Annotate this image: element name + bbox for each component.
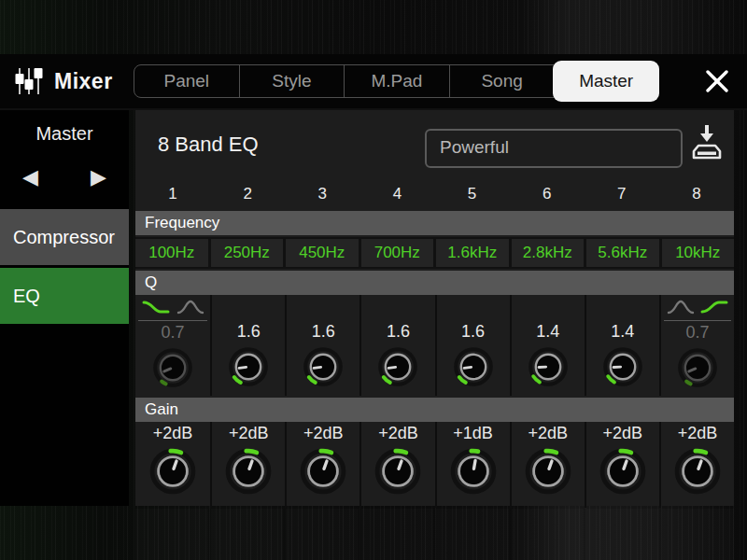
gain-knob[interactable]: [586, 445, 659, 497]
band-number-row: 12345678: [135, 179, 734, 209]
filter-type-slot: [440, 297, 507, 320]
filter-type-slot: [664, 297, 731, 321]
eq-panel-header: 8 Band EQ Powerful: [135, 110, 734, 179]
gain-knob[interactable]: [512, 445, 585, 497]
gain-band-3[interactable]: +2dB: [285, 422, 359, 508]
mixer-screen: Mixer Panel Style M.Pad Song Master Mast…: [0, 0, 747, 560]
filter-type-slot: [289, 297, 357, 320]
frequency-value-band-6[interactable]: 2.8kHz: [512, 239, 585, 267]
gain-knob[interactable]: [437, 445, 510, 497]
bottom-column-guides: [135, 509, 734, 560]
sidebar-item-compressor[interactable]: Compressor: [0, 209, 129, 265]
frequency-value-band-2[interactable]: 250Hz: [211, 239, 284, 267]
tab-panel[interactable]: Panel: [134, 65, 240, 97]
q-value: 1.6: [437, 321, 510, 343]
gain-value: +2dB: [287, 423, 359, 444]
save-icon[interactable]: [691, 123, 723, 164]
band-number-6: 6: [510, 179, 585, 209]
q-band-8[interactable]: 0.7: [659, 295, 734, 396]
gain-band-8[interactable]: +2dB: [659, 422, 734, 508]
gain-value: +2dB: [361, 423, 434, 444]
high-shelf-icon[interactable]: [699, 298, 729, 320]
frequency-value-band-5[interactable]: 1.6kHz: [436, 239, 509, 267]
q-value: 0.7: [135, 322, 210, 343]
next-part-arrow-icon[interactable]: ▶: [91, 164, 106, 190]
page-title: Mixer: [54, 54, 113, 108]
band-number-3: 3: [285, 179, 359, 209]
tab-master[interactable]: Master: [554, 62, 658, 101]
q-knob[interactable]: [661, 345, 734, 390]
gain-knob[interactable]: [212, 445, 285, 497]
filter-type-slot: [138, 297, 207, 321]
frequency-section-header: Frequency: [135, 211, 734, 235]
q-band-3[interactable]: 1.6: [285, 295, 359, 396]
filter-type-slot: [364, 297, 431, 320]
q-knob[interactable]: [212, 344, 285, 389]
band-number-7: 7: [585, 179, 659, 209]
band-number-4: 4: [359, 179, 434, 209]
gain-knob[interactable]: [135, 445, 210, 497]
gain-knob[interactable]: [287, 445, 359, 497]
sidebar: Master ◀ ▶ Compressor EQ: [0, 110, 129, 506]
q-knob[interactable]: [361, 344, 434, 389]
band-number-1: 1: [135, 179, 210, 209]
gain-section-header: Gain: [135, 398, 734, 422]
low-shelf-icon[interactable]: [141, 298, 171, 320]
frequency-value-band-3[interactable]: 450Hz: [286, 239, 359, 267]
frequency-value-band-1[interactable]: 100Hz: [135, 239, 208, 267]
q-knob[interactable]: [512, 344, 585, 389]
q-knob[interactable]: [135, 345, 210, 390]
gain-band-1[interactable]: +2dB: [135, 422, 210, 508]
band-number-2: 2: [210, 179, 285, 209]
q-band-6[interactable]: 1.4: [510, 295, 585, 396]
q-knob[interactable]: [437, 344, 510, 389]
frequency-row: 100Hz250Hz450Hz700Hz1.6kHz2.8kHz5.6kHz10…: [135, 237, 734, 269]
gain-value: +2dB: [661, 423, 734, 444]
eq-title: 8 Band EQ: [158, 133, 259, 157]
prev-part-arrow-icon[interactable]: ◀: [22, 164, 38, 190]
tab-mpad[interactable]: M.Pad: [345, 65, 450, 97]
frequency-value-band-7[interactable]: 5.6kHz: [586, 239, 659, 267]
gain-band-2[interactable]: +2dB: [210, 422, 285, 508]
q-band-5[interactable]: 1.6: [435, 295, 510, 396]
q-section-header: Q: [135, 271, 734, 295]
band-number-5: 5: [435, 179, 510, 209]
gain-knob[interactable]: [661, 445, 734, 497]
gain-band-6[interactable]: +2dB: [510, 422, 585, 508]
gain-value: +1dB: [437, 423, 510, 444]
tab-style[interactable]: Style: [240, 65, 345, 97]
peak-icon[interactable]: [666, 298, 696, 320]
gain-value: +2dB: [212, 423, 285, 444]
gain-knob[interactable]: [361, 445, 434, 497]
gain-band-4[interactable]: +2dB: [359, 422, 434, 508]
q-band-4[interactable]: 1.6: [359, 295, 434, 396]
q-value: 1.6: [361, 321, 434, 343]
q-band-2[interactable]: 1.6: [210, 295, 285, 396]
frequency-value-band-8[interactable]: 10kHz: [662, 239, 735, 267]
tab-song[interactable]: Song: [450, 65, 556, 97]
gain-value: +2dB: [135, 423, 210, 444]
peak-icon[interactable]: [176, 298, 205, 320]
q-value: 1.6: [287, 321, 359, 343]
part-selector: Master ◀ ▶: [0, 110, 129, 209]
title-bar: Mixer Panel Style M.Pad Song Master: [0, 54, 747, 110]
q-value: 0.7: [661, 322, 734, 343]
q-band-7[interactable]: 1.4: [585, 295, 659, 396]
gain-band-7[interactable]: +2dB: [585, 422, 659, 508]
q-band-1[interactable]: 0.7: [135, 295, 210, 396]
frequency-value-band-4[interactable]: 700Hz: [361, 239, 434, 267]
q-row: 0.71.61.61.61.61.41.40.7: [135, 295, 734, 396]
q-knob[interactable]: [287, 344, 359, 389]
gain-value: +2dB: [586, 423, 659, 444]
filter-type-slot: [215, 297, 282, 320]
mixer-tab-group: Panel Style M.Pad Song Master: [134, 64, 658, 98]
sidebar-item-eq[interactable]: EQ: [0, 268, 129, 324]
gain-row: +2dB+2dB+2dB+2dB+1dB+2dB+2dB+2dB: [135, 422, 734, 508]
filter-type-slot: [514, 297, 582, 320]
gain-band-5[interactable]: +1dB: [435, 422, 510, 508]
eq-panel: 8 Band EQ Powerful 12345678 Frequency 10…: [135, 110, 734, 506]
close-icon[interactable]: [704, 68, 730, 94]
preset-selector[interactable]: Powerful: [425, 129, 683, 168]
q-knob[interactable]: [586, 344, 659, 389]
band-number-8: 8: [659, 179, 734, 209]
